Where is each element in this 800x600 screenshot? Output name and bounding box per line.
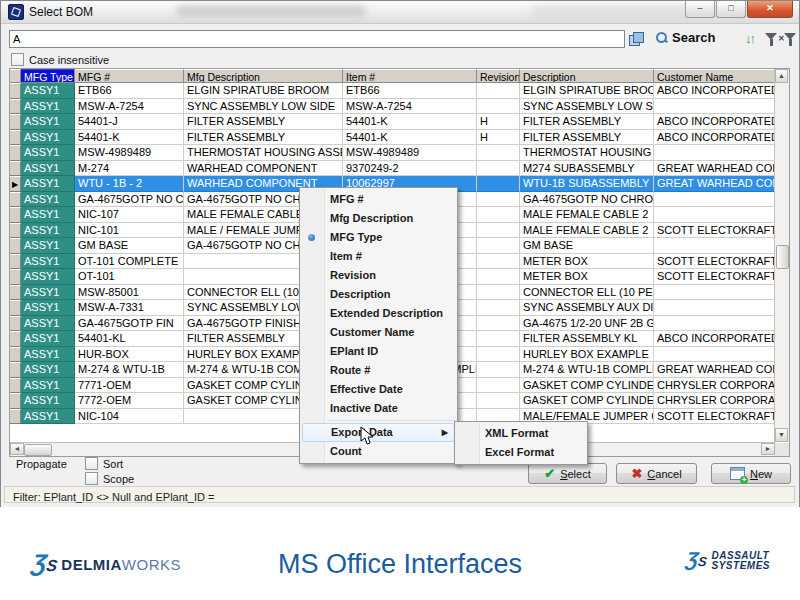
cell-mfg-type[interactable]: ASSY1 [21,285,75,301]
menu-item-route-[interactable]: Route # [300,361,457,380]
cell-mfg-no[interactable]: NIC-107 [75,207,184,223]
search-button[interactable]: Search [656,30,715,45]
cell-mfg-type[interactable]: ASSY1 [21,99,75,115]
cell-customer[interactable] [654,207,775,223]
cell-mfg-no[interactable]: 54401-KL [75,331,184,347]
cell-customer[interactable]: CHRYSLER CORPORATION [654,378,775,394]
cell-mfg-type[interactable]: ASSY1 [21,176,75,192]
cell-revision[interactable] [477,300,520,316]
cell-mfg-no[interactable]: NIC-104 [75,409,184,425]
cell-mfg-type[interactable]: ASSY1 [21,331,75,347]
sort-arrows-icon[interactable]: ↓↑ [745,31,754,46]
cell-mfg-desc[interactable]: FILTER ASSEMBLY [184,114,343,130]
cell-revision[interactable] [477,192,520,208]
cell-revision[interactable]: H [477,114,520,130]
cell-mfg-desc[interactable]: THERMOSTAT HOUSING ASSEMBLY [184,145,343,161]
cell-mfg-no[interactable]: 7771-OEM [75,378,184,394]
cell-mfg-type[interactable]: ASSY1 [21,362,75,378]
cell-mfg-no[interactable]: 54401-J [75,114,184,130]
cell-mfg-type[interactable]: ASSY1 [21,269,75,285]
cell-description[interactable]: THERMOSTAT HOUSING ASS [520,145,654,161]
select-button[interactable]: ✔ Select [528,463,607,484]
cell-mfg-type[interactable]: ASSY1 [21,409,75,425]
row-selector[interactable] [10,145,21,161]
cell-description[interactable]: MALE FEMALE CABLE 2 [520,207,654,223]
column-header-item-[interactable]: Item # [343,69,477,83]
menu-item-item-[interactable]: Item # [300,247,457,266]
cell-mfg-type[interactable]: ASSY1 [21,300,75,316]
menu-item-mfg-[interactable]: MFG # [300,190,457,209]
scroll-up-button[interactable]: ▲ [775,69,788,83]
cell-mfg-type[interactable]: ASSY1 [21,316,75,332]
search-input[interactable] [9,30,625,48]
row-selector[interactable] [10,161,21,177]
maximize-button[interactable]: □ [716,1,746,18]
cell-description[interactable]: GA-4675GOTP NO CHROME [520,192,654,208]
cell-mfg-type[interactable]: ASSY1 [21,145,75,161]
cell-mfg-desc[interactable]: WARHEAD COMPONENT [184,161,343,177]
cell-description[interactable]: GASKET COMP CYLINDER HE [520,393,654,409]
cell-description[interactable]: FILTER ASSEMBLY [520,130,654,146]
cell-mfg-no[interactable]: ETB66 [75,83,184,99]
cell-revision[interactable] [477,145,520,161]
cell-mfg-no[interactable]: HUR-BOX [75,347,184,363]
cell-mfg-no[interactable]: MSW-A-7254 [75,99,184,115]
close-button[interactable]: ✕ [747,1,793,18]
cell-customer[interactable]: GREAT WARHEAD COMPANY [654,161,775,177]
menu-item-eplant-id[interactable]: EPlant ID [300,342,457,361]
copy-icon[interactable] [629,32,643,45]
cell-item-no[interactable]: MSW-A-7254 [343,99,477,115]
cell-mfg-type[interactable]: ASSY1 [21,114,75,130]
cell-revision[interactable] [477,176,520,192]
submenu-item-xml-format[interactable]: XML Format [455,424,587,443]
cell-mfg-type[interactable]: ASSY1 [21,378,75,394]
cell-customer[interactable]: SCOTT ELECTOKRAFTS INC [654,254,775,270]
clear-filter-icon[interactable] [784,33,796,40]
cell-mfg-desc[interactable]: FILTER ASSEMBLY [184,130,343,146]
cell-customer[interactable] [654,300,775,316]
cell-item-no[interactable]: 9370249-2 [343,161,477,177]
row-selector[interactable] [10,409,21,425]
menu-item-effective-date[interactable]: Effective Date [300,380,457,399]
cell-mfg-type[interactable]: ASSY1 [21,83,75,99]
submenu-item-excel-format[interactable]: Excel Format [455,443,587,462]
cell-customer[interactable] [654,145,775,161]
cell-customer[interactable]: ABCO INCORPORATED [654,130,775,146]
cell-description[interactable]: METER BOX [520,254,654,270]
cell-customer[interactable] [654,238,775,254]
cell-mfg-no[interactable]: MSW-85001 [75,285,184,301]
cell-customer[interactable] [654,192,775,208]
scroll-right-button[interactable]: ► [761,443,775,455]
menu-item-description[interactable]: Description [300,285,457,304]
cell-item-no[interactable]: 54401-K [343,130,477,146]
case-insensitive-checkbox[interactable] [11,53,24,66]
row-selector[interactable]: ▶ [10,176,21,192]
menu-item-mfg-description[interactable]: Mfg Description [300,209,457,228]
cell-description[interactable]: GA-4675 1/2-20 UNF 2B GOTP [520,316,654,332]
cell-description[interactable]: FILTER ASSEMBLY [520,114,654,130]
cell-customer[interactable] [654,316,775,332]
cell-description[interactable]: METER BOX [520,269,654,285]
column-header-description[interactable]: Description [520,69,654,83]
cell-revision[interactable] [477,316,520,332]
cell-mfg-no[interactable]: 7772-OEM [75,393,184,409]
cell-description[interactable]: GASKET COMP CYLINDER HE [520,378,654,394]
row-selector[interactable] [10,378,21,394]
cell-mfg-no[interactable]: NIC-101 [75,223,184,239]
cell-mfg-no[interactable]: GM BASE [75,238,184,254]
column-header-mfg-description[interactable]: Mfg Description [184,69,343,83]
cell-description[interactable]: CONNECTOR ELL (10 PER BAG [520,285,654,301]
cell-description[interactable]: GM BASE [520,238,654,254]
table-row[interactable]: ASSY154401-KFILTER ASSEMBLY54401-KHFILTE… [10,130,775,146]
cell-revision[interactable] [477,347,520,363]
row-selector[interactable] [10,300,21,316]
cell-revision[interactable] [477,269,520,285]
menu-item-extended-description[interactable]: Extended Description [300,304,457,323]
cell-mfg-no[interactable]: OT-101 [75,269,184,285]
cell-description[interactable]: HURLEY BOX EXAMPLE [520,347,654,363]
vertical-scroll-thumb[interactable] [776,245,789,269]
sort-checkbox[interactable] [85,457,98,470]
column-header-customer-name[interactable]: Customer Name [654,69,775,83]
cell-mfg-no[interactable]: WTU - 1B - 2 [75,176,184,192]
cell-mfg-no[interactable]: MSW-A-7331 [75,300,184,316]
